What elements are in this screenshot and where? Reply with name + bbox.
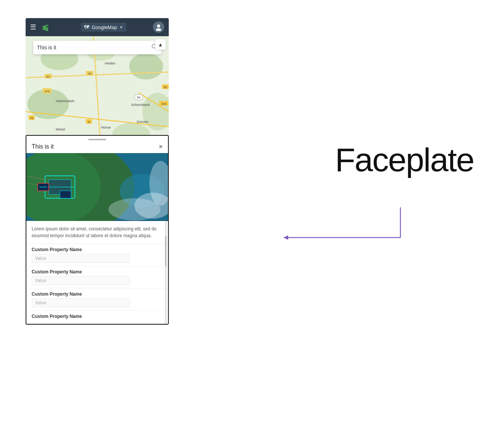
app-container: ☰ ⫹ 🗺 GoogleMap ▼ xyxy=(26,18,169,152)
property-item-1: Custom Property Name Value xyxy=(26,244,168,266)
user-avatar[interactable] xyxy=(153,21,164,33)
property-item-4: Custom Property Name xyxy=(26,311,168,324)
svg-text:70: 70 xyxy=(88,72,92,75)
svg-text:70: 70 xyxy=(30,117,34,120)
svg-text:Heiden: Heiden xyxy=(105,61,116,65)
svg-text:58: 58 xyxy=(137,96,141,99)
collapse-button[interactable]: ▲ xyxy=(155,39,166,50)
svg-text:Wesel: Wesel xyxy=(56,127,65,131)
svg-point-50 xyxy=(108,198,161,221)
map-selector-label: GoogleMap xyxy=(92,25,117,30)
property-label-1: Custom Property Name xyxy=(32,247,163,252)
handle-bar xyxy=(88,139,106,140)
aerial-image-svg xyxy=(26,153,168,221)
description-text: Lorem ipsum dolor sit amet, consectetur … xyxy=(26,221,168,244)
chevron-down-icon: ▼ xyxy=(119,25,123,29)
scroll-indicator xyxy=(165,221,166,324)
svg-point-0 xyxy=(157,25,160,28)
svg-text:224: 224 xyxy=(161,102,166,106)
property-value-2: Value xyxy=(32,276,130,285)
svg-text:8: 8 xyxy=(88,120,90,124)
v-logo-icon: ⫹ xyxy=(42,22,49,32)
svg-text:Schermbeck: Schermbeck xyxy=(131,103,150,107)
app-logo: ⫹ xyxy=(39,21,51,33)
faceplate-annotation-label: Faceplate xyxy=(335,143,474,176)
arrow-annotation xyxy=(280,204,412,250)
svg-text:Dorsten: Dorsten xyxy=(137,120,149,124)
svg-point-5 xyxy=(129,53,163,80)
property-item-2: Custom Property Name Value xyxy=(26,266,168,288)
property-label-2: Custom Property Name xyxy=(32,269,163,275)
search-input[interactable] xyxy=(37,44,148,51)
property-item-3: Custom Property Name Value xyxy=(26,288,168,311)
svg-marker-62 xyxy=(284,235,288,240)
panel-scroll[interactable]: Lorem ipsum dolor sit amet, consectetur … xyxy=(26,221,168,324)
panel-title: This is it xyxy=(32,143,54,150)
svg-point-1 xyxy=(156,28,161,31)
property-label-3: Custom Property Name xyxy=(32,291,163,297)
property-value-1: Value xyxy=(32,254,130,263)
hamburger-icon[interactable]: ☰ xyxy=(30,23,36,31)
collapse-icon: ▲ xyxy=(158,41,163,48)
svg-text:67: 67 xyxy=(47,75,50,78)
svg-text:Hamminkeln: Hamminkeln xyxy=(56,99,75,103)
app-bar: ☰ ⫹ 🗺 GoogleMap ▼ xyxy=(26,18,169,36)
property-label-4: Custom Property Name xyxy=(32,314,163,319)
search-bar xyxy=(33,41,161,54)
scroll-thumb xyxy=(165,236,166,266)
faceplate-panel: This is it × Lorem ips xyxy=(26,135,169,325)
panel-header: This is it × xyxy=(26,142,168,153)
svg-text:52: 52 xyxy=(164,86,167,89)
map-type-icon: 🗺 xyxy=(84,24,89,30)
svg-text:Hünxe: Hünxe xyxy=(101,126,111,129)
property-value-3: Value xyxy=(32,298,130,307)
svg-text:473: 473 xyxy=(44,90,50,93)
panel-handle xyxy=(26,136,168,142)
close-button[interactable]: × xyxy=(159,143,163,150)
map-selector-button[interactable]: 🗺 GoogleMap ▼ xyxy=(81,23,126,32)
aerial-image xyxy=(26,153,168,221)
svg-rect-55 xyxy=(60,191,71,198)
annotation-arrow xyxy=(280,204,412,249)
properties-section: Custom Property Name Value Custom Proper… xyxy=(26,244,168,324)
